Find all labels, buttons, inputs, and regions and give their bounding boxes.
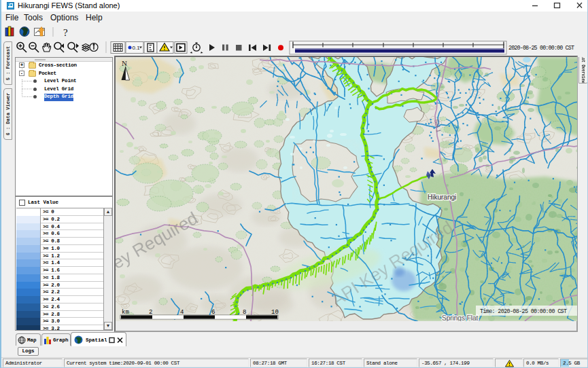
svg-text:0.1: 0.1 <box>133 45 141 51</box>
svg-text:2020-08-25 00:00:00 CST: 2020-08-25 00:00:00 CST <box>508 45 574 52</box>
svg-text:?: ? <box>63 27 68 38</box>
